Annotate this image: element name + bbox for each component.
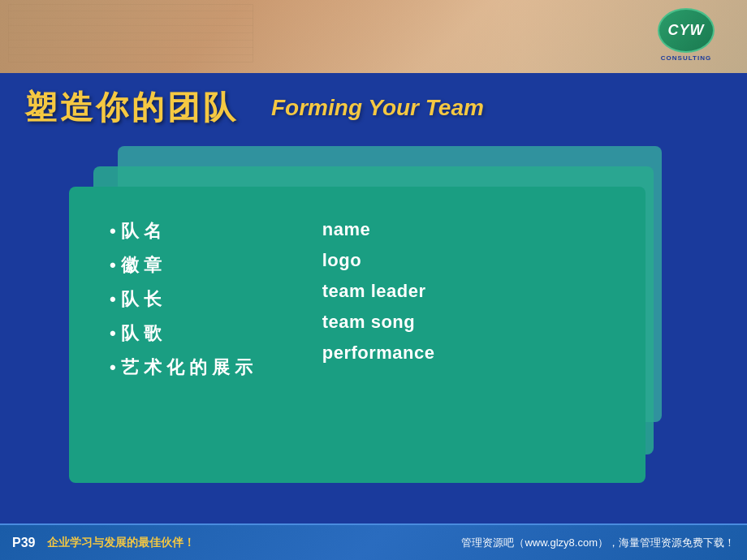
english-item-2: logo: [322, 250, 435, 271]
chinese-item-4: •队歌: [110, 321, 257, 346]
title-row: 塑造你的团队 Forming Your Team: [24, 85, 723, 130]
english-title: Forming Your Team: [271, 95, 484, 121]
english-item-3: team leader: [322, 281, 435, 302]
chinese-item-5: •艺术化的展示: [110, 355, 257, 380]
card-front: •队名 •徽章 •队长 •队歌 •艺术化的展示 name logo team l…: [69, 187, 646, 483]
main-content: 塑造你的团队 Forming Your Team •队名 •徽章 •队长 •队歌…: [0, 73, 747, 523]
logo-cyw-text: CYW: [668, 22, 705, 39]
logo-circle: CYW: [658, 8, 715, 53]
logo-container: CYW CONSULTING: [637, 6, 735, 63]
banner-overlay: [0, 0, 747, 73]
chinese-item-1: •队名: [110, 219, 257, 243]
cards-container: •队名 •徽章 •队长 •队歌 •艺术化的展示 name logo team l…: [69, 146, 678, 487]
card-content: •队名 •徽章 •队长 •队歌 •艺术化的展示 name logo team l…: [110, 219, 613, 380]
footer-url: 管理资源吧（www.glzy8.com），海量管理资源免费下载！: [461, 536, 735, 550]
chinese-item-3: •队长: [110, 287, 257, 312]
footer-tagline: 企业学习与发展的最佳伙伴！: [47, 536, 195, 550]
english-item-4: team song: [322, 312, 435, 333]
chinese-title: 塑造你的团队: [24, 85, 239, 130]
logo-consulting-text: CONSULTING: [661, 54, 711, 62]
english-item-1: name: [322, 219, 435, 240]
english-list: name logo team leader team song performa…: [322, 219, 435, 364]
top-banner: CYW CONSULTING: [0, 0, 747, 73]
page-number: P39: [12, 536, 35, 550]
chinese-list: •队名 •徽章 •队长 •队歌 •艺术化的展示: [110, 219, 257, 380]
chinese-item-2: •徽章: [110, 253, 257, 278]
bottom-bar: P39 企业学习与发展的最佳伙伴！ 管理资源吧（www.glzy8.com），海…: [0, 523, 747, 560]
english-item-5: performance: [322, 342, 435, 364]
